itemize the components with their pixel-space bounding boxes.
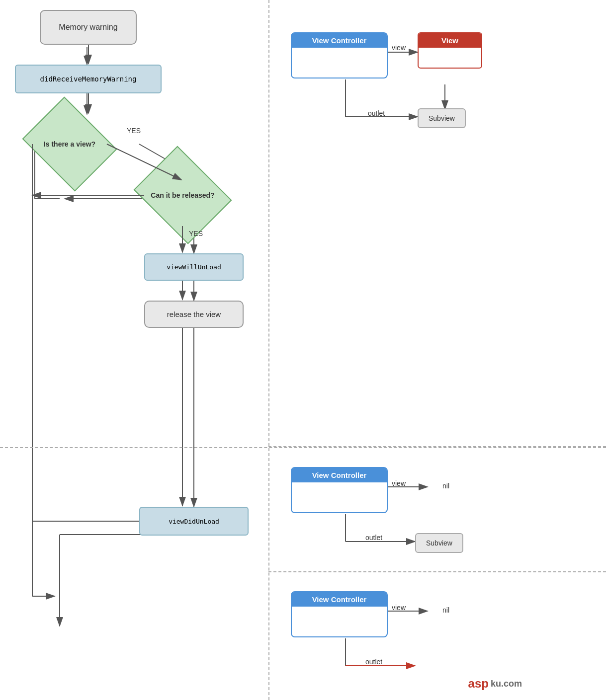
right-h-divider: [268, 571, 606, 572]
watermark-text: asp: [468, 677, 489, 691]
vc-box-1: View Controller: [291, 32, 388, 78]
memory-warning-box: Memory warning: [40, 10, 137, 45]
flowchart-arrows: [0, 0, 268, 696]
flowchart-arrows-extra: [0, 0, 268, 696]
flowchart-area: Memory warning didReceiveMemoryWarning I…: [0, 0, 268, 696]
diagram-2: View Controller view nil outlet Subview: [288, 462, 527, 571]
diagram-1: View Controller view View outlet Subview: [288, 25, 527, 154]
did-receive-box: didReceiveMemoryWarning: [15, 65, 162, 93]
yes-label-2: YES: [189, 230, 203, 237]
diagram-3: View Controller view nil outlet asp ku.c…: [288, 586, 527, 696]
release-view-box: release the view: [144, 301, 244, 328]
view-will-unload-box: viewWillUnLoad: [144, 253, 244, 281]
view-arrow-label-1: view: [392, 44, 406, 52]
view-did-unload-box: viewDidUnLoad: [139, 507, 249, 536]
main-container: Memory warning didReceiveMemoryWarning I…: [0, 0, 606, 700]
view-label-3: view: [392, 604, 406, 612]
can-be-released-diamond: Can it be released?: [144, 164, 221, 226]
vc-box-2: View Controller: [291, 467, 388, 513]
nil-label-3: nil: [442, 606, 449, 614]
subview-box-2: Subview: [415, 533, 463, 553]
view-box-1: View: [418, 32, 482, 69]
outlet-arrow-label-1: outlet: [368, 109, 385, 117]
outlet-label-3: outlet: [365, 658, 382, 666]
is-there-view-diamond: Is there a view?: [32, 114, 107, 174]
watermark-sub: ku.com: [491, 679, 522, 689]
nil-label-2: nil: [442, 482, 449, 490]
view-label-2: view: [392, 479, 406, 487]
right-bottom-area: View Controller view nil outlet Subview: [268, 447, 606, 696]
vc-box-3: View Controller: [291, 591, 388, 637]
diagram-top-right: View Controller view View outlet Subview: [268, 0, 606, 447]
outlet-label-2: outlet: [365, 534, 382, 542]
yes-label-1: YES: [127, 127, 141, 135]
subview-box-1: Subview: [418, 108, 466, 128]
watermark-area: asp ku.com: [468, 677, 522, 691]
